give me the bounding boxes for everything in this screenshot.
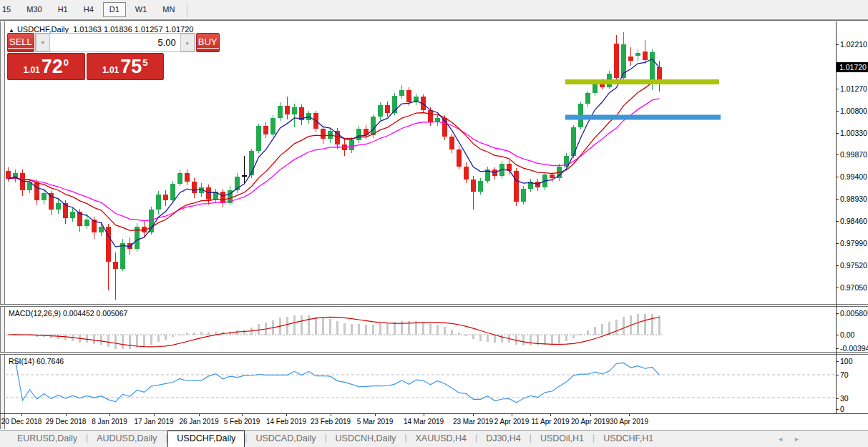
candle <box>185 170 190 185</box>
sell-price-pip: 0 <box>64 57 69 68</box>
volume-decrease-button[interactable]: ▼ <box>36 34 50 51</box>
price-tick-mark <box>836 199 839 200</box>
candle <box>278 102 283 121</box>
macd-tick-mark <box>836 348 839 349</box>
macd-histogram-bar <box>179 335 181 335</box>
macd-histogram-bar <box>286 317 288 335</box>
price-tick-label: 1.00330 <box>840 129 867 137</box>
macd-histogram-bar <box>100 335 102 345</box>
date-tick-mark <box>473 413 474 416</box>
candle <box>292 104 297 127</box>
macd-histogram-bar <box>336 321 338 335</box>
tab-usdchf-h1[interactable]: USDCHF,H1 <box>595 431 662 447</box>
date-tick-mark <box>629 413 630 416</box>
macd-histogram-bar <box>308 315 310 335</box>
candle <box>385 102 390 117</box>
macd-histogram-bar <box>365 325 367 335</box>
rsi-tick-label: 0 <box>840 405 844 413</box>
macd-histogram-bar <box>444 327 446 335</box>
mt4-window: 15M30H1H4D1W1MN ▲USDCHF,Daily 1.01363 1.… <box>0 0 868 447</box>
macd-histogram-bar <box>429 324 431 335</box>
date-label: 5 Feb 2019 <box>224 418 260 426</box>
rsi-header: RSI(14) 60.7646 <box>9 357 64 365</box>
macd-value-signal: 0.005067 <box>97 309 128 318</box>
candle <box>220 189 225 207</box>
sell-button[interactable]: SELL <box>7 33 34 52</box>
price-tick-label: 0.99400 <box>840 172 867 181</box>
macd-histogram-bar <box>351 324 353 335</box>
date-tick-mark <box>590 413 591 416</box>
candle <box>528 179 533 192</box>
tab-xauusd-h4[interactable]: XAUUSD,H4 <box>406 431 475 447</box>
price-tick-mark <box>836 154 839 155</box>
macd-histogram-bar <box>315 317 317 335</box>
ma-fast-line <box>9 59 660 247</box>
date-label: 29 Dec 2018 <box>46 418 87 426</box>
volume-input[interactable] <box>50 34 180 51</box>
candle <box>321 126 326 144</box>
tab-usdcnh-daily[interactable]: USDCNH,Daily <box>327 431 405 447</box>
support-line[interactable] <box>565 115 721 120</box>
macd-histogram-bar <box>465 335 467 336</box>
macd-tick-mark <box>836 335 839 335</box>
candle <box>213 189 218 203</box>
macd-histogram-bar <box>422 322 424 335</box>
timeframe-button-mn[interactable]: MN <box>156 2 181 17</box>
macd-histogram-bar <box>208 332 210 335</box>
tab-audusd-daily[interactable]: AUDUSD,Daily <box>88 431 165 447</box>
sell-price-box[interactable]: 1.01 72 0 <box>7 53 85 80</box>
timeframe-button-w1[interactable]: W1 <box>129 2 154 17</box>
macd-histogram-bar <box>386 323 389 335</box>
volume-increase-button[interactable]: ▲ <box>180 34 195 51</box>
date-label: 20 Dec 2018 <box>1 418 42 426</box>
tab-usdcad-daily[interactable]: USDCAD,Daily <box>247 431 324 447</box>
candle <box>228 186 233 205</box>
tab-scroll-left-icon[interactable]: ◄ <box>777 436 784 443</box>
rsi-line <box>16 360 660 403</box>
macd-histogram-bar <box>522 335 525 345</box>
tab-eurusd-daily[interactable]: EURUSD,Daily <box>9 431 86 447</box>
tab-dj30-h4[interactable]: DJ30,H4 <box>477 431 530 447</box>
candle <box>242 156 247 185</box>
panel-separator[interactable] <box>0 304 868 307</box>
tab-usdoil-h1[interactable]: USDOil,H1 <box>532 431 593 447</box>
tab-scroll-right-icon[interactable]: ► <box>794 436 800 443</box>
macd-signal-line <box>9 317 660 347</box>
rsi-title-label: RSI(14) <box>9 357 34 365</box>
timeframe-button-15[interactable]: 15 <box>0 2 17 17</box>
price-tick-mark <box>836 288 839 288</box>
macd-histogram-bar <box>143 335 145 347</box>
price-tick-mark <box>836 221 839 222</box>
macd-histogram-bar <box>615 320 618 335</box>
candle <box>514 168 519 206</box>
macd-histogram-bar <box>572 335 575 338</box>
timeframe-button-d1[interactable]: D1 <box>103 2 126 17</box>
chart-axis-divider <box>0 413 868 414</box>
macd-histogram-bar <box>165 335 167 340</box>
panel-separator[interactable] <box>0 352 868 355</box>
date-tick-mark <box>286 413 287 416</box>
date-label: 23 Feb 2019 <box>311 418 351 426</box>
buy-price-prefix: 1.01 <box>102 65 119 75</box>
macd-histogram-bar <box>651 314 653 335</box>
macd-histogram-bar <box>64 335 67 340</box>
timeframe-button-h1[interactable]: H1 <box>52 2 74 17</box>
candle <box>643 40 648 64</box>
macd-histogram-bar <box>394 322 396 335</box>
buy-button[interactable]: BUY <box>196 33 220 52</box>
rsi-indicator-canvas[interactable] <box>0 355 836 413</box>
candle <box>471 176 476 210</box>
candle <box>485 167 490 184</box>
candle <box>635 49 640 62</box>
date-tick-mark <box>375 413 376 416</box>
macd-histogram-bar <box>301 315 303 335</box>
resistance-line[interactable] <box>565 79 719 84</box>
timeframe-button-h4[interactable]: H4 <box>77 2 100 17</box>
buy-price-box[interactable]: 1.01 75 5 <box>87 53 165 80</box>
macd-histogram-bar <box>515 335 517 345</box>
macd-tick-label: 0.005805 <box>840 309 868 318</box>
macd-histogram-bar <box>479 335 482 341</box>
timeframe-button-m30[interactable]: M30 <box>20 2 48 17</box>
tab-usdchf-daily[interactable]: USDCHF,Daily <box>167 431 245 447</box>
price-tick-mark <box>836 111 839 112</box>
